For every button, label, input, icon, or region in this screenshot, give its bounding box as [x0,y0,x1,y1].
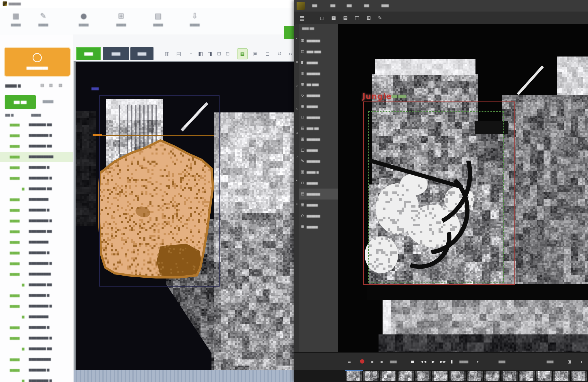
file-list-item[interactable]: ▆▆▆▆▆▆▆▆▆ ▆ [0,376,73,382]
object-list-item[interactable]: ◻▆▆▆▆▆▆ [299,112,338,123]
menu-item-4[interactable]: ▆▆▆ [381,3,389,7]
object-list-item[interactable]: ◧▆▆▆▆▆ [299,57,338,68]
layers-icon[interactable]: ▦ [296,61,298,63]
object-list-item[interactable]: ▦▆▆▆▆ ▆ [299,167,338,178]
edit-icon[interactable]: ✎ [376,14,384,22]
grid-view-icon[interactable]: ▤ [40,83,44,87]
start-annotation-button[interactable]: ▆▆▆ [76,47,101,60]
file-list-item[interactable]: ▆▆▆▆▆▆▆▆▆▆▆▆ ▆ [0,173,73,184]
frame-strip[interactable] [74,370,294,382]
file-list-item[interactable]: ▆▆▆▆▆▆▆▆▆▆▆ ▆ [0,365,73,376]
object-list-item[interactable]: ▤▆▆▆▆▆▆ [299,189,338,200]
copy-icon[interactable]: ▤ [341,14,350,22]
add-box-icon[interactable]: ⊞ [364,14,373,22]
object-list-item[interactable]: ▤▆▆▆ ▆▆▆ [299,46,338,57]
pan-icon[interactable]: ↔ [286,48,294,59]
frame-icon[interactable]: ◻ [263,48,272,59]
menu-item-3[interactable]: ▆▆ [364,3,369,7]
toolbar-button-0[interactable]: ▦▆▆▆▆ [5,10,27,32]
toolbar-button-1[interactable]: ✎▆▆▆▆ [32,10,54,32]
menu-icon[interactable]: ≡ [348,358,351,365]
fit-view-icon[interactable]: ▣ [250,48,260,59]
create-button[interactable] [284,26,294,39]
file-list-item[interactable]: ▆▆▆▆▆▆▆▆▆▆▆▆ ▆ [0,216,73,226]
file-list-item[interactable]: ▆▆▆▆▆▆▆▆▆▆▆ ▆▆ [0,141,73,152]
file-list-item[interactable]: ▆▆▆▆▆▆▆▆▆▆▆▆ ▆ [0,301,73,312]
shape-icon[interactable]: ◇ [296,84,298,87]
file-list-item[interactable]: ▆▆▆▆▆▆▆▆▆▆▆ ▆▆ [0,120,73,130]
dropdown-icon[interactable]: ▾ [186,48,196,59]
undo-icon[interactable]: ↺ [275,48,284,59]
save-icon[interactable]: ▦ [329,14,338,22]
object-list-item[interactable]: ▦▆▆ ▆▆▆ [299,79,338,90]
bounding-box-navy[interactable] [99,95,220,287]
dropdown-icon[interactable]: ▾ [477,358,479,365]
zoom-label[interactable]: ▆▆▆ [547,358,553,365]
new-file-icon[interactable]: ▤ [298,14,306,22]
open-icon[interactable]: ◻ [317,14,326,22]
toolbar-button-3[interactable]: ⊞▆▆▆▆ [110,10,132,32]
filter-all-button[interactable]: ▆▆ ▆▆ [5,95,36,109]
edit-icon[interactable]: ✎ [296,108,298,111]
file-list-item[interactable]: ▆▆▆▆▆▆▆▆▆▆▆ ▆ [0,248,73,258]
object-list-item[interactable]: ▦▆▆▆▆▆ [299,221,338,232]
marker-icon[interactable]: ▪ [380,358,383,365]
split-view-icon[interactable]: ◫ [353,14,361,22]
file-list-item[interactable]: ▆▆▆▆▆▆▆▆▆▆▆ ▆ [0,290,73,301]
menu-item-1[interactable]: ▆▆ [330,3,335,7]
play-icon[interactable]: ▶ [432,358,435,365]
file-list-item[interactable]: ▆▆▆▆▆▆▆▆▆▆▆▆▆ [0,354,73,365]
filter-icon[interactable]: ▧ [59,83,62,87]
stop-icon[interactable]: ◼ [411,358,414,365]
file-list-item[interactable]: ▆▆▆▆▆▆▆▆▆▆▆ ▆▆ [0,226,73,237]
menu-item-2[interactable]: ▆▆ [347,3,352,7]
file-list-item[interactable]: ▆▆▆▆▆▆▆▆▆ [0,312,73,322]
selected-thumbnail[interactable] [345,370,363,382]
file-list-item[interactable]: ▆▆▆▆▆▆▆▆▆▆▆ ▆ [0,322,73,333]
object-list-item[interactable]: ◻▆▆▆▆▆ [299,178,338,189]
file-list-item[interactable]: ▆▆▆▆▆▆▆▆▆▆▆▆ [0,194,73,205]
zoom-out-icon[interactable]: ⊟ [223,48,233,59]
record-icon[interactable] [360,359,364,364]
next-frame-icon[interactable]: ►► [440,358,447,365]
file-list-item[interactable]: ▆▆▆▆▆▆▆▆▆▆▆▆ ▆ [0,258,73,269]
batch-manage-link[interactable]: ▆▆▆▆ [43,99,53,103]
toolbar-button-2[interactable]: ●▆▆▆▆ [73,10,95,32]
annotation-canvas[interactable]: ▆▆▆ [74,61,294,370]
add-icon[interactable]: ⊞ [296,131,298,134]
next-image-button[interactable]: ▆▆▆ [130,47,153,60]
file-list-item[interactable]: ▆▆▆▆▆▆▆▆▆▆▆▆▆ [0,269,73,280]
range-label[interactable]: ▆▆▆ [499,358,505,365]
object-list-item[interactable]: ▦▆▆▆▆▆▆ [299,35,338,46]
file-list-item[interactable]: ▆▆▆▆▆▆▆▆▆▆▆▆▆▆ [0,152,73,162]
grid-icon[interactable]: ▣ [568,358,572,365]
object-list-item[interactable]: ◇▆▆▆▆▆▆ [299,90,338,101]
object-list-item[interactable]: ✎▆▆▆▆▆▆ [299,156,338,167]
contrast-left-icon[interactable]: ◧ [196,48,205,59]
grid-icon[interactable]: ▤ [174,48,183,59]
object-list-item[interactable]: ◇▆▆▆▆▆▆ [299,210,338,221]
fullscreen-icon[interactable]: ◻ [579,358,582,365]
object-list-item[interactable]: ▦▆▆▆▆▆ [299,200,338,210]
time-label[interactable]: ▆▆▆▆ [459,358,468,365]
toolbar-button-4[interactable]: ▤▆▆▆▆ [147,10,169,32]
marker-icon[interactable]: ▪ [371,358,374,365]
undo-icon[interactable]: ↺ [296,155,298,158]
step-icon[interactable]: ▮ [451,358,453,365]
ai-assist-button[interactable]: ▆▆▆▆▆▆▆▆ [5,48,70,76]
dot-icon[interactable]: ▪ [296,179,297,182]
layout-icon[interactable]: ▥ [162,48,172,59]
bounding-box-green-dashed[interactable] [368,111,504,283]
object-list-item[interactable]: ▦▆▆▆▆▆▆ [299,134,338,145]
object-list-item[interactable]: ▥▆▆▆▆▆▆ [299,68,338,79]
object-list-item[interactable]: ◫▆▆▆▆▆ [299,145,338,156]
object-list-item[interactable]: ▦▆▆▆▆▆ [299,101,338,112]
frame-counter[interactable]: ▆▆▆ [390,358,397,365]
filmstrip-thumbnails[interactable] [346,371,588,381]
file-list-item[interactable]: ▆▆▆▆▆▆▆▆ ▆▆ [0,280,73,290]
mask-toggle-icon[interactable]: ▦ [237,48,248,59]
file-list-item[interactable]: ▆▆▆▆▆▆▆▆▆▆▆▆ [0,237,73,248]
file-list-item[interactable]: ▆▆▆▆▆▆▆▆ ▆▆ [0,184,73,194]
prev-frame-icon[interactable]: ◄◄ [420,358,426,365]
video-canvas[interactable]: Jungle ▆▆ ▆▆▆ [338,24,588,352]
